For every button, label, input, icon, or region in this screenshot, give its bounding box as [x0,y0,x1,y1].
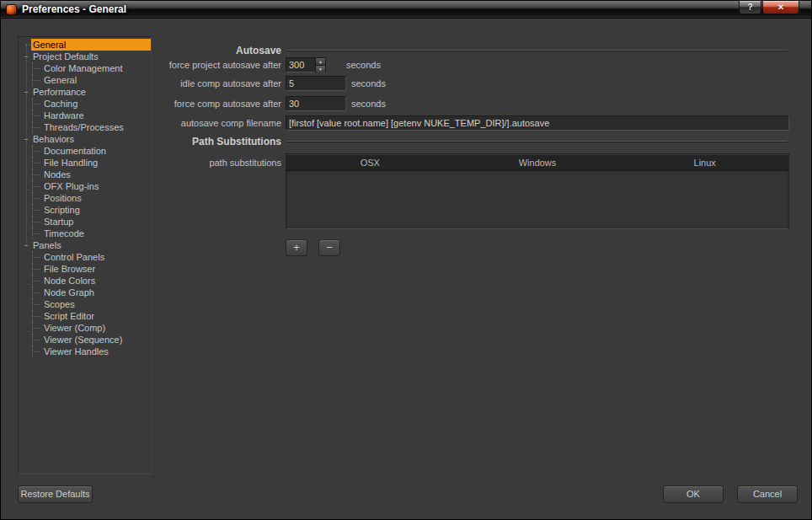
tree-item-control-panels[interactable]: Control Panels [19,251,151,263]
idle-comp-autosave-row: idle comp autosave after seconds [1,76,811,91]
spin-down-icon[interactable]: ▼ [316,65,325,72]
tree-branch-icon [21,192,42,204]
idle-comp-autosave-input[interactable] [286,76,346,91]
titlebar-buttons: ? ✕ [739,1,799,14]
field-suffix: seconds [351,96,386,111]
tree-item-viewer-comp[interactable]: Viewer (Comp) [19,322,151,334]
autosave-section-header: Autosave [1,44,788,56]
table-header-row: OSX Windows Linux [286,154,788,171]
field-label: force comp autosave after [1,96,281,111]
tree-branch-icon [21,298,42,310]
column-header-osx[interactable]: OSX [286,154,454,170]
column-header-linux[interactable]: Linux [621,154,788,170]
tree-item-panels[interactable]: −Panels [19,239,151,251]
field-suffix: seconds [346,57,381,72]
force-project-autosave-row: force project autosave after ▲▼ seconds [1,57,811,72]
ok-button[interactable]: OK [663,485,724,503]
tree-branch-icon [21,275,42,287]
field-label: path substitutions [1,155,281,170]
tree-item-label: Timecode [42,228,151,239]
field-label: force project autosave after [1,57,281,72]
tree-item-label: Panels [31,239,151,251]
tree-branch-icon [21,334,42,346]
tree-item-label: Startup [42,216,151,228]
tree-item-scopes[interactable]: Scopes [19,298,151,310]
tree-item-label: File Browser [42,263,151,275]
section-divider [287,50,788,51]
table-body[interactable] [286,171,788,228]
tree-branch-icon [21,263,42,275]
section-divider [287,141,788,142]
field-suffix: seconds [351,76,386,91]
force-project-autosave-spinbox: ▲▼ [286,57,326,72]
tree-item-node-colors[interactable]: Node Colors [19,275,151,287]
force-comp-autosave-row: force comp autosave after seconds [1,96,811,111]
tree-branch-icon [21,169,42,180]
spin-up-icon[interactable]: ▲ [316,58,325,65]
field-label: autosave comp filename [1,115,281,131]
tree-item-label: Control Panels [42,251,151,263]
tree-branch-icon [21,346,42,357]
restore-defaults-button[interactable]: Restore Defaults [18,485,93,503]
tree-item-nodes[interactable]: Nodes [19,169,151,180]
tree-item-viewer-handles[interactable]: Viewer Handles [19,346,151,357]
add-substitution-button[interactable]: + [286,239,307,256]
tree-item-label: OFX Plug-ins [42,180,151,192]
tree-item-file-browser[interactable]: File Browser [19,263,151,275]
tree-item-label: Viewer (Sequence) [42,334,151,346]
field-label: idle comp autosave after [1,76,281,91]
tree-item-node-graph[interactable]: Node Graph [19,287,151,298]
tree-branch-icon [21,251,42,263]
tree-branch-icon [21,228,42,239]
tree-item-viewer-sequence[interactable]: Viewer (Sequence) [19,334,151,346]
autosave-filename-input[interactable] [286,115,789,131]
autosave-filename-row: autosave comp filename [1,115,811,131]
tree-item-scripting[interactable]: Scripting [19,204,151,216]
column-header-windows[interactable]: Windows [454,154,622,170]
tree-item-timecode[interactable]: Timecode [19,228,151,239]
tree-item-label: Nodes [42,169,151,180]
tree-branch-icon [21,322,42,334]
titlebar[interactable]: Preferences - General ? ✕ [1,1,811,19]
path-substitutions-section-header: Path Substitutions [1,135,788,147]
collapse-icon[interactable]: − [21,241,31,250]
tree-item-script-editor[interactable]: Script Editor [19,310,151,322]
tree-item-label: Node Colors [42,275,151,287]
force-project-autosave-input[interactable] [286,57,315,72]
tree-item-label: Scripting [42,204,151,216]
tree-item-label: Node Graph [42,287,151,298]
tree-item-positions[interactable]: Positions [19,192,151,204]
force-comp-autosave-input[interactable] [286,96,346,111]
tree-branch-icon [21,216,42,228]
tree-branch-icon [21,204,42,216]
tree-item-label: Viewer (Comp) [42,322,151,334]
tree-item-label: Scopes [42,298,151,310]
close-button[interactable]: ✕ [762,1,799,14]
tree-branch-icon [21,287,42,298]
tree-item-ofx-plug-ins[interactable]: OFX Plug-ins [19,180,151,192]
preferences-window: Preferences - General ? ✕ General−Projec… [0,0,812,520]
section-title: Path Substitutions [1,136,281,147]
cancel-button[interactable]: Cancel [737,485,798,503]
window-title: Preferences - General [22,3,126,15]
spinner: ▲▼ [315,57,326,72]
tree-branch-icon [21,310,42,322]
tree-item-label: Viewer Handles [42,346,151,357]
section-title: Autosave [1,45,281,56]
tree-item-label: Positions [42,192,151,204]
path-substitutions-table[interactable]: OSX Windows Linux [286,153,789,229]
nuke-app-icon [6,4,17,15]
tree-branch-icon [21,180,42,192]
remove-substitution-button[interactable]: − [318,239,340,256]
tree-item-startup[interactable]: Startup [19,216,151,228]
tree-item-label: Script Editor [42,310,151,322]
help-button[interactable]: ? [739,1,761,14]
